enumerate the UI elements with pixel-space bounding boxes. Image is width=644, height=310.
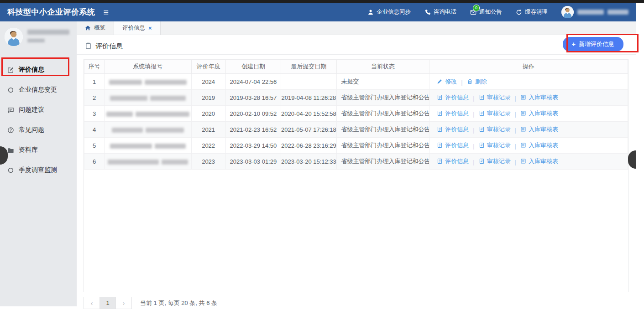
home-icon (85, 25, 91, 31)
page-title: 评价信息 (95, 42, 123, 51)
action-evaluation-info[interactable]: 评价信息 (437, 125, 469, 134)
topbar-item-label: 企业信息同步 (377, 8, 411, 16)
action-label: 审核记录 (487, 109, 511, 118)
pagination: ‹ 1 › 当前 1 页, 每页 20 条, 共 6 条 (84, 297, 636, 309)
cell-report-no-redacted (105, 138, 192, 154)
action-warehouse-review-form[interactable]: 入库审核表 (520, 157, 558, 165)
sidebar-item-label: 问题建议 (19, 106, 44, 114)
action-review-records[interactable]: 审核记录 (479, 141, 511, 150)
cell-actions: 评价信息|审核记录|入库审核表 (429, 90, 628, 106)
redacted-user-name (607, 10, 628, 15)
sidebar-item-enterprise-info-change[interactable]: 企业信息变更 (0, 80, 77, 100)
cell-report-no-redacted (105, 106, 192, 122)
question-icon (7, 127, 14, 134)
action-warehouse-review-form[interactable]: 入库审核表 (520, 125, 558, 134)
action-review-records[interactable]: 审核记录 (479, 125, 511, 134)
current-page-button[interactable]: 1 (99, 297, 116, 309)
cell-report-no-redacted (105, 154, 192, 170)
redacted-text (145, 80, 187, 85)
table-row: 520222022-03-29 14:502022-06-28 23:16:29… (84, 138, 628, 154)
column-header: 创建日期 (225, 60, 281, 74)
action-warehouse-review-form[interactable]: 入库审核表 (520, 93, 558, 102)
redacted-text (112, 128, 143, 133)
notification-badge: 0 (473, 5, 480, 11)
cell-report-no-redacted (105, 74, 192, 90)
hamburger-menu-icon[interactable]: ≡ (104, 8, 109, 17)
topbar-item-notice-announcement[interactable]: 通知公告0 (470, 8, 502, 16)
cell-last-submitted-date: 2020-04-20 15:52:58 (281, 106, 336, 122)
action-label: 入库审核表 (529, 157, 558, 165)
form-icon (520, 94, 526, 100)
topbar: 科技型中小企业评价系统 ≡ 企业信息同步咨询电话通知公告0缓存清理 (0, 3, 636, 21)
column-header: 评价年度 (191, 60, 225, 74)
table-row: 320202020-02-10 09:522020-04-20 15:52:58… (84, 106, 628, 122)
cell-actions: 评价信息|审核记录|入库审核表 (429, 154, 628, 170)
cell-status: 省级主管部门办理入库登记和公告文件 (336, 106, 429, 122)
cell-last-submitted-date: 2021-05-07 17:26:18 (281, 122, 336, 138)
annotation-box-add-button (566, 34, 639, 52)
action-evaluation-info[interactable]: 评价信息 (437, 109, 469, 118)
sidebar-item-document-library[interactable]: 资料库 (0, 140, 77, 160)
action-review-records[interactable]: 审核记录 (479, 157, 511, 165)
action-separator: | (473, 95, 474, 102)
action-label: 评价信息 (445, 93, 469, 102)
tab-overview[interactable]: 概览 (77, 21, 114, 35)
doc-record-icon (479, 94, 485, 100)
redacted-text (106, 112, 133, 117)
action-evaluation-info[interactable]: 评价信息 (437, 93, 469, 102)
topbar-item-cache-clear[interactable]: 缓存清理 (516, 8, 548, 16)
phone-icon (424, 9, 431, 16)
tab-evaluation-info[interactable]: 评价信息× (114, 21, 161, 35)
topbar-item-consult-phone[interactable]: 咨询电话 (424, 8, 456, 16)
brand-area: 科技型中小企业评价系统 ≡ (7, 7, 109, 17)
table-row: 620232023-03-03 01:292023-03-20 15:12:33… (84, 154, 628, 170)
redacted-user-name (577, 10, 604, 15)
prev-page-button[interactable]: ‹ (84, 297, 100, 309)
cell-last-submitted-date: 2019-04-08 11:26:28 (281, 90, 336, 106)
redacted-text (146, 128, 184, 133)
cell-seq: 6 (84, 154, 105, 170)
action-label: 评价信息 (445, 109, 469, 118)
close-tab-icon[interactable]: × (148, 25, 152, 31)
trash-icon (467, 78, 473, 84)
sidebar-item-faq[interactable]: 常见问题 (0, 120, 77, 140)
action-delete[interactable]: 删除 (467, 78, 487, 86)
next-page-button[interactable]: › (115, 297, 132, 309)
redacted-user-role (27, 39, 45, 42)
circle-icon (7, 167, 14, 174)
action-edit[interactable]: 修改 (437, 78, 457, 86)
action-evaluation-info[interactable]: 评价信息 (437, 141, 469, 150)
sidebar-item-quarterly-survey-monitor[interactable]: 季度调查监测 (0, 160, 77, 180)
cell-seq: 3 (84, 106, 105, 122)
cell-seq: 1 (84, 74, 105, 90)
cell-year: 2024 (191, 74, 225, 90)
action-warehouse-review-form[interactable]: 入库审核表 (520, 141, 558, 150)
action-label: 评价信息 (445, 125, 469, 134)
action-warehouse-review-form[interactable]: 入库审核表 (520, 109, 558, 118)
sidebar-item-feedback-suggestions[interactable]: 问题建议 (0, 100, 77, 120)
action-label: 审核记录 (487, 157, 511, 165)
action-label: 修改 (445, 78, 457, 86)
sidebar-item-label: 企业信息变更 (19, 86, 57, 94)
cell-actions: 评价信息|审核记录|入库审核表 (429, 138, 628, 154)
doc-record-icon (479, 126, 485, 132)
column-header: 当前状态 (336, 60, 429, 74)
action-evaluation-info[interactable]: 评价信息 (437, 157, 469, 165)
action-separator: | (473, 159, 474, 165)
cell-seq: 5 (84, 138, 105, 154)
page-header: 评价信息 + 新增评价信息 (77, 35, 636, 54)
action-label: 入库审核表 (529, 141, 558, 150)
recycle-icon (516, 9, 522, 16)
action-separator: | (461, 79, 462, 86)
topbar-user[interactable] (561, 6, 628, 18)
cell-created-date: 2022-03-29 14:50 (225, 138, 281, 154)
cell-status: 省级主管部门办理入库登记和公告文件 (336, 138, 429, 154)
action-review-records[interactable]: 审核记录 (479, 93, 511, 102)
action-review-records[interactable]: 审核记录 (479, 109, 511, 118)
topbar-item-enterprise-info-sync[interactable]: 企业信息同步 (367, 8, 411, 16)
cell-year: 2019 (191, 90, 225, 106)
action-label: 入库审核表 (529, 93, 558, 102)
topbar-menu: 企业信息同步咨询电话通知公告0缓存清理 (367, 8, 548, 16)
topbar-item-label: 咨询电话 (434, 8, 456, 16)
redacted-text (162, 160, 188, 165)
